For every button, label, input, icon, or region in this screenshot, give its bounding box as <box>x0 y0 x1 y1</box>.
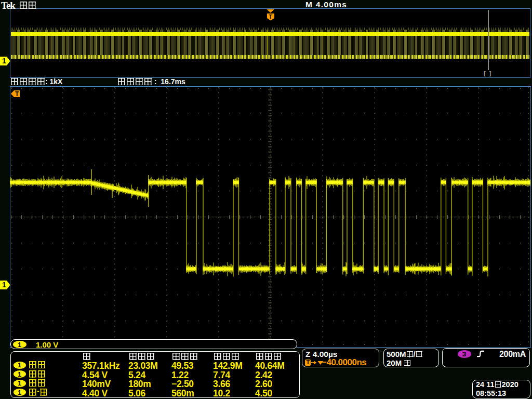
svg-text:T: T <box>15 90 19 98</box>
svg-text:1: 1 <box>2 57 6 65</box>
svg-text:1: 1 <box>2 281 6 289</box>
svg-text:T: T <box>269 14 273 20</box>
